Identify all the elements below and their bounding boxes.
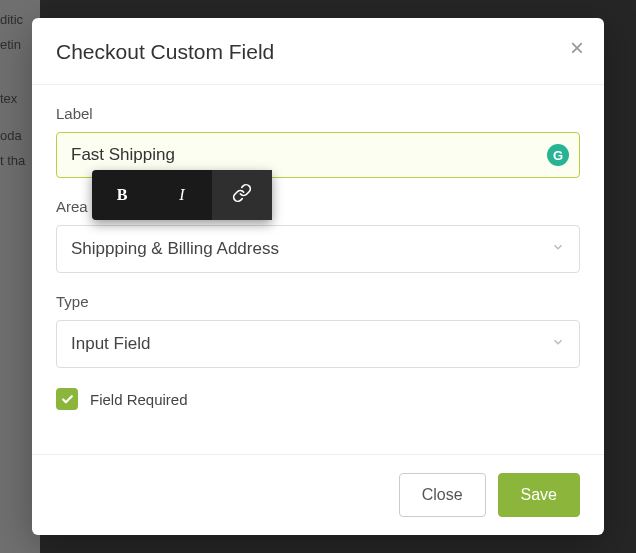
link-icon: [232, 183, 252, 207]
close-icon[interactable]: ×: [570, 36, 584, 60]
grammarly-icon[interactable]: G: [547, 144, 569, 166]
field-required-label: Field Required: [90, 391, 188, 408]
label-form-group: Label G: [56, 105, 580, 178]
modal-footer: Close Save: [32, 454, 604, 535]
label-input[interactable]: [71, 145, 525, 165]
link-button[interactable]: [212, 170, 272, 220]
type-field-label: Type: [56, 293, 580, 310]
checkout-custom-field-modal: Checkout Custom Field × Label G Area Shi…: [32, 18, 604, 535]
type-select-value: Input Field: [71, 334, 150, 353]
chevron-down-icon: [551, 239, 565, 259]
field-required-checkbox[interactable]: [56, 388, 78, 410]
modal-body: Label G Area Shippping & Billing Address…: [32, 85, 604, 454]
text-format-toolbar: B I: [92, 170, 272, 220]
chevron-down-icon: [551, 334, 565, 354]
field-required-row: Field Required: [56, 388, 580, 410]
modal-title: Checkout Custom Field: [56, 40, 580, 64]
area-select-value: Shippping & Billing Address: [71, 239, 279, 258]
italic-button[interactable]: I: [152, 170, 212, 220]
area-select[interactable]: Shippping & Billing Address: [56, 225, 580, 273]
label-field-label: Label: [56, 105, 580, 122]
close-button[interactable]: Close: [399, 473, 486, 517]
type-form-group: Type Input Field: [56, 293, 580, 368]
modal-header: Checkout Custom Field ×: [32, 18, 604, 84]
type-select[interactable]: Input Field: [56, 320, 580, 368]
bold-button[interactable]: B: [92, 170, 152, 220]
save-button[interactable]: Save: [498, 473, 580, 517]
